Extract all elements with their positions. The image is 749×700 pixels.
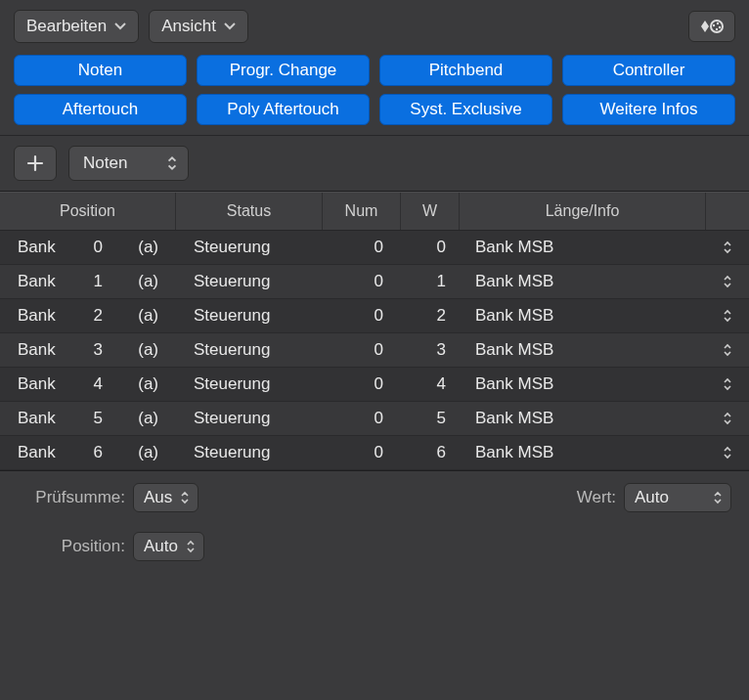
top-toolbar: Bearbeiten Ansicht [0, 0, 749, 51]
svg-point-1 [713, 24, 715, 26]
cell-status[interactable]: Steuerung [176, 238, 323, 257]
edit-menu[interactable]: Bearbeiten [14, 10, 139, 43]
cell-status[interactable]: Steuerung [176, 340, 323, 360]
cell-stepper[interactable] [706, 412, 749, 425]
edit-menu-label: Bearbeiten [26, 17, 107, 36]
cell-status[interactable]: Steuerung [176, 443, 323, 462]
palette-icon [699, 18, 725, 35]
updown-icon [723, 241, 732, 254]
position-value: Auto [144, 537, 178, 556]
cell-position[interactable]: Bank2(a) [0, 306, 176, 326]
cell-length[interactable]: Bank MSB [460, 340, 706, 360]
cell-length[interactable]: Bank MSB [460, 374, 706, 394]
filter-controller[interactable]: Controller [562, 55, 735, 86]
footer-bar: Prüfsumme: Aus Wert: Auto Position: Auto [0, 470, 749, 573]
cell-length[interactable]: Bank MSB [460, 272, 706, 291]
filter-syst-exclusive[interactable]: Syst. Exclusive [379, 94, 552, 125]
cell-stepper[interactable] [706, 309, 749, 323]
cell-length[interactable]: Bank MSB [460, 409, 706, 428]
updown-icon [723, 446, 732, 459]
updown-icon [723, 377, 732, 391]
cell-num[interactable]: 0 [323, 340, 401, 360]
updown-icon [180, 491, 190, 504]
cell-status[interactable]: Steuerung [176, 306, 323, 326]
view-menu[interactable]: Ansicht [149, 10, 248, 43]
table-row[interactable]: Bank3(a)Steuerung03Bank MSB [0, 333, 749, 368]
checksum-select[interactable]: Aus [133, 483, 198, 512]
value-label: Wert: [577, 488, 616, 507]
cell-w[interactable]: 4 [401, 374, 460, 394]
filter-noten[interactable]: Noten [14, 55, 187, 86]
cell-position[interactable]: Bank3(a) [0, 340, 176, 360]
table-row[interactable]: Bank2(a)Steuerung02Bank MSB [0, 299, 749, 333]
position-select[interactable]: Auto [133, 532, 204, 561]
chevron-down-icon [114, 22, 126, 30]
view-menu-label: Ansicht [161, 17, 216, 36]
cell-w[interactable]: 5 [401, 409, 460, 428]
cell-position[interactable]: Bank4(a) [0, 374, 176, 394]
cell-w[interactable]: 3 [401, 340, 460, 360]
updown-icon [166, 155, 178, 171]
table-row[interactable]: Bank6(a)Steuerung06Bank MSB [0, 436, 749, 470]
cell-num[interactable]: 0 [323, 272, 401, 291]
cell-position[interactable]: Bank0(a) [0, 238, 176, 257]
col-header-status[interactable]: Status [176, 193, 323, 230]
table-row[interactable]: Bank5(a)Steuerung05Bank MSB [0, 402, 749, 436]
filter-poly-aftertouch[interactable]: Poly Aftertouch [197, 94, 370, 125]
col-header-w[interactable]: W [401, 193, 460, 230]
cell-status[interactable]: Steuerung [176, 409, 323, 428]
add-event-row: Noten [0, 136, 749, 192]
cell-stepper[interactable] [706, 275, 749, 288]
cell-num[interactable]: 0 [323, 443, 401, 462]
col-header-num[interactable]: Num [323, 193, 401, 230]
cell-stepper[interactable] [706, 377, 749, 391]
cell-w[interactable]: 6 [401, 443, 460, 462]
cell-length[interactable]: Bank MSB [460, 306, 706, 326]
table-row[interactable]: Bank0(a)Steuerung00Bank MSB [0, 231, 749, 265]
table-row[interactable]: Bank4(a)Steuerung04Bank MSB [0, 368, 749, 402]
color-palette-button[interactable] [688, 11, 735, 42]
filter-aftertouch[interactable]: Aftertouch [14, 94, 187, 125]
cell-status[interactable]: Steuerung [176, 374, 323, 394]
checksum-value: Aus [144, 488, 172, 507]
cell-status[interactable]: Steuerung [176, 272, 323, 291]
cell-stepper[interactable] [706, 446, 749, 459]
cell-position[interactable]: Bank6(a) [0, 443, 176, 462]
table-row[interactable]: Bank1(a)Steuerung01Bank MSB [0, 265, 749, 299]
cell-length[interactable]: Bank MSB [460, 238, 706, 257]
cell-length[interactable]: Bank MSB [460, 443, 706, 462]
cell-w[interactable]: 0 [401, 238, 460, 257]
updown-icon [723, 275, 732, 288]
filter-progr-change[interactable]: Progr. Change [197, 55, 370, 86]
svg-point-4 [716, 28, 718, 30]
col-header-position[interactable]: Position [0, 193, 176, 230]
updown-icon [723, 309, 732, 323]
cell-num[interactable]: 0 [323, 238, 401, 257]
svg-point-3 [719, 26, 721, 28]
cell-w[interactable]: 1 [401, 272, 460, 291]
filter-pitchbend[interactable]: Pitchbend [379, 55, 552, 86]
svg-point-0 [711, 21, 723, 32]
updown-icon [186, 540, 196, 553]
cell-w[interactable]: 2 [401, 306, 460, 326]
plus-icon [26, 154, 44, 172]
checksum-label: Prüfsumme: [18, 488, 125, 507]
cell-position[interactable]: Bank1(a) [0, 272, 176, 291]
add-button[interactable] [14, 146, 57, 181]
cell-num[interactable]: 0 [323, 306, 401, 326]
table-header: Position Status Num W Länge/Info [0, 192, 749, 231]
chevron-down-icon [224, 22, 236, 30]
value-select[interactable]: Auto [624, 483, 731, 512]
event-type-select[interactable]: Noten [68, 146, 189, 181]
cell-position[interactable]: Bank5(a) [0, 409, 176, 428]
col-header-length[interactable]: Länge/Info [460, 193, 706, 230]
filter-section: Noten Progr. Change Pitchbend Controller… [0, 51, 749, 136]
event-type-value: Noten [83, 153, 127, 173]
cell-num[interactable]: 0 [323, 374, 401, 394]
cell-stepper[interactable] [706, 343, 749, 357]
cell-stepper[interactable] [706, 241, 749, 254]
updown-icon [723, 343, 732, 357]
updown-icon [713, 491, 723, 504]
cell-num[interactable]: 0 [323, 409, 401, 428]
filter-weitere-infos[interactable]: Weitere Infos [562, 94, 735, 125]
